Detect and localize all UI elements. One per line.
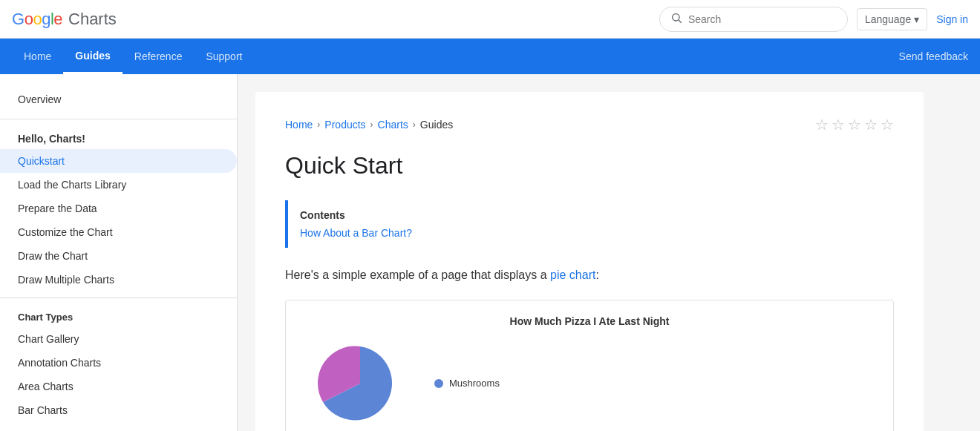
sidebar-item-customize[interactable]: Customize the Chart [0,220,237,244]
content-card: Home › Products › Charts › Guides ☆ ☆ ☆ … [255,92,924,431]
chart-area: Mushrooms [301,339,878,428]
contents-bar-chart-link[interactable]: How About a Bar Chart? [300,227,412,239]
star-rating[interactable]: ☆ ☆ ☆ ☆ ☆ [815,116,894,134]
star-1[interactable]: ☆ [815,116,829,134]
star-3[interactable]: ☆ [848,116,861,134]
legend-item-mushrooms: Mushrooms [434,378,500,389]
breadcrumb-sep-2: › [370,119,373,130]
sidebar-item-prepare-data[interactable]: Prepare the Data [0,197,237,220]
breadcrumb-home[interactable]: Home [285,119,313,131]
star-4[interactable]: ☆ [864,116,878,134]
chart-preview: How Much Pizza I Ate Last Night Mushroom… [285,300,894,431]
main-layout: Overview Hello, Charts! Quickstart Load … [0,74,980,431]
sidebar-item-draw-multiple[interactable]: Draw Multiple Charts [0,268,237,292]
breadcrumb-sep-1: › [317,119,320,130]
page-title: Quick Start [285,151,894,180]
breadcrumb-products[interactable]: Products [324,119,365,131]
body-text-before: Here's a simple example of a page that d… [285,269,550,281]
nav-item-support[interactable]: Support [194,39,254,74]
legend-label-mushrooms: Mushrooms [449,378,500,389]
pie-chart-svg [301,339,419,428]
navbar: Home Guides Reference Support Send feedb… [0,39,980,74]
google-logo: Google [12,10,62,29]
star-5[interactable]: ☆ [881,116,894,134]
send-feedback-link[interactable]: Send feedback [899,50,968,62]
legend-dot-mushrooms [434,379,443,388]
pie-chart-link[interactable]: pie chart [550,269,595,281]
signin-link[interactable]: Sign in [936,13,968,25]
content-area: Home › Products › Charts › Guides ☆ ☆ ☆ … [238,74,980,431]
nav-item-guides[interactable]: Guides [63,39,122,74]
language-label: Language [865,13,911,25]
sidebar-item-area-charts[interactable]: Area Charts [0,375,237,398]
sidebar-divider-2 [0,297,237,298]
sidebar: Overview Hello, Charts! Quickstart Load … [0,74,238,431]
breadcrumb-current: Guides [420,119,453,131]
sidebar-divider-1 [0,119,237,119]
sidebar-chart-types-title: Chart Types [0,304,237,327]
body-paragraph: Here's a simple example of a page that d… [285,266,894,285]
sidebar-item-quickstart[interactable]: Quickstart [0,149,237,173]
sidebar-item-bar-charts[interactable]: Bar Charts [0,398,237,422]
chevron-down-icon: ▾ [914,13,919,25]
svg-point-0 [673,13,679,20]
header-controls: Language ▾ Sign in [659,7,968,32]
chart-title: How Much Pizza I Ate Last Night [301,315,878,327]
sidebar-item-draw-chart[interactable]: Draw the Chart [0,244,237,268]
contents-box: Contents How About a Bar Chart? [285,200,894,248]
charts-logo-text: Charts [68,10,117,29]
nav-item-home[interactable]: Home [12,39,63,74]
breadcrumb-sep-3: › [413,119,416,130]
search-input[interactable] [688,13,837,25]
svg-line-1 [679,20,682,23]
sidebar-hello-section: Hello, Charts! [0,125,237,149]
sidebar-item-overview[interactable]: Overview [0,86,237,113]
logo-area: Google Charts [12,10,117,29]
breadcrumb-charts[interactable]: Charts [378,119,408,131]
language-button[interactable]: Language ▾ [857,8,927,30]
header: Google Charts Language ▾ Sign in [0,0,980,39]
body-text-after: : [595,269,598,281]
star-2[interactable]: ☆ [832,116,845,134]
contents-title: Contents [300,209,882,221]
nav-item-reference[interactable]: Reference [122,39,195,74]
sidebar-item-annotation-charts[interactable]: Annotation Charts [0,351,237,375]
breadcrumb: Home › Products › Charts › Guides ☆ ☆ ☆ … [285,116,894,134]
sidebar-item-chart-gallery[interactable]: Chart Gallery [0,327,237,351]
sidebar-item-load-charts[interactable]: Load the Charts Library [0,173,237,197]
search-bar[interactable] [659,7,848,32]
search-icon [670,12,682,27]
chart-legend: Mushrooms [434,378,500,389]
